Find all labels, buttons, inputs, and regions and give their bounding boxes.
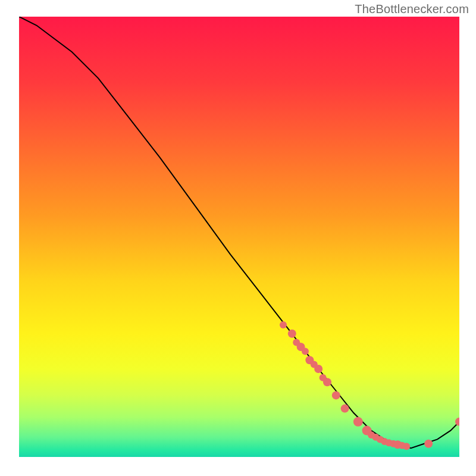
chart-svg [19, 17, 459, 457]
marker-point [288, 330, 296, 338]
marker-point [302, 347, 309, 355]
marker-point [424, 440, 433, 448]
gradient-background [19, 17, 459, 457]
chart-container: TheBottlenecker.com [0, 0, 476, 476]
marker-point [323, 378, 331, 386]
marker-point [280, 321, 287, 328]
marker-point [341, 405, 349, 413]
marker-point [332, 391, 340, 399]
plot-area [19, 17, 459, 457]
marker-point [403, 443, 410, 450]
marker-point [353, 417, 363, 427]
attribution-label: TheBottlenecker.com [355, 2, 469, 16]
marker-point [314, 365, 322, 373]
